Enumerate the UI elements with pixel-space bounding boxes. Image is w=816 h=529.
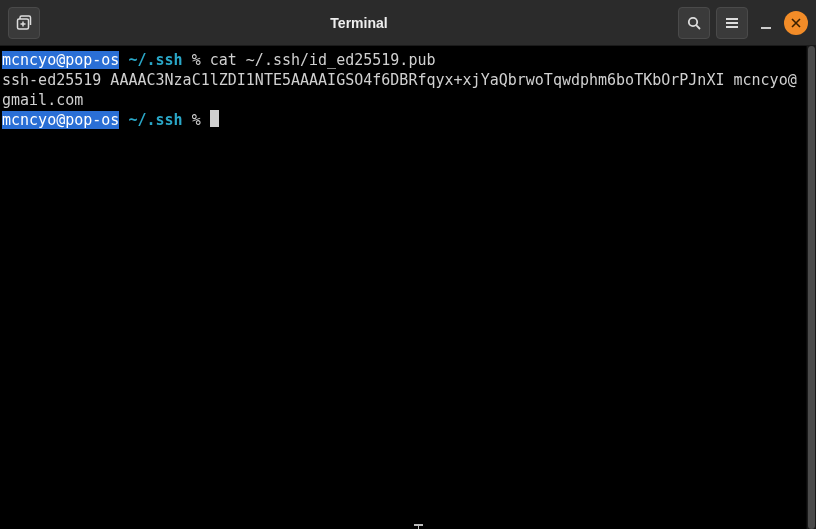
minimize-button[interactable] [754, 11, 778, 35]
prompt-path: ~/.ssh [128, 51, 182, 69]
terminal-cursor [210, 110, 219, 127]
menu-button[interactable] [716, 7, 748, 39]
close-icon [791, 18, 801, 28]
command-output: ssh-ed25519 AAAAC3NzaC1lZDI1NTE5AAAAIGSO… [2, 71, 797, 109]
svg-point-1 [689, 17, 697, 25]
new-tab-icon [16, 15, 32, 31]
scrollbar-thumb[interactable] [808, 46, 815, 529]
titlebar: Terminal [0, 0, 816, 46]
terminal-window: Terminal mcncyo [0, 0, 816, 529]
search-button[interactable] [678, 7, 710, 39]
search-icon [686, 15, 702, 31]
titlebar-right [678, 7, 808, 39]
scrollbar[interactable] [806, 46, 816, 529]
prompt-user-host: mcncyo@pop-os [2, 51, 119, 69]
new-tab-button[interactable] [8, 7, 40, 39]
prompt-symbol: % [192, 111, 201, 129]
prompt-user-host: mcncyo@pop-os [2, 111, 119, 129]
window-title: Terminal [46, 15, 672, 31]
hamburger-icon [724, 15, 740, 31]
minimize-icon [761, 27, 771, 29]
terminal-output[interactable]: mcncyo@pop-os ~/.ssh % cat ~/.ssh/id_ed2… [0, 46, 806, 529]
prompt-symbol: % [192, 51, 201, 69]
close-button[interactable] [784, 11, 808, 35]
terminal-area: mcncyo@pop-os ~/.ssh % cat ~/.ssh/id_ed2… [0, 46, 816, 529]
prompt-path: ~/.ssh [128, 111, 182, 129]
command-line: cat ~/.ssh/id_ed25519.pub [210, 51, 436, 69]
